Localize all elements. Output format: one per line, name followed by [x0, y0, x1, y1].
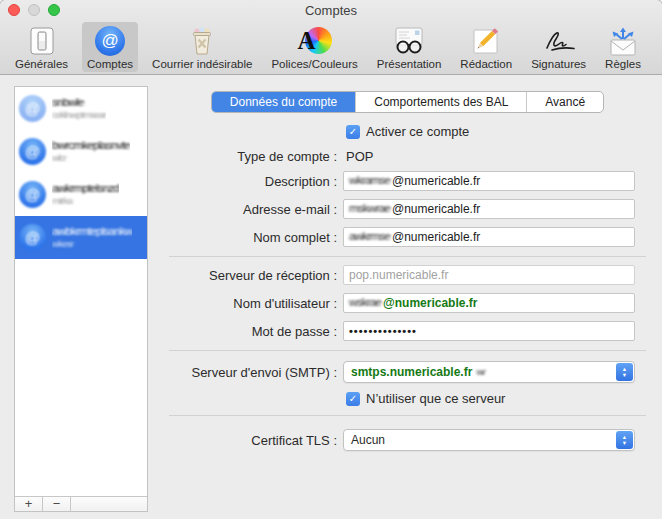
glasses-icon [392, 25, 426, 57]
account-at-icon: @ [19, 181, 46, 208]
toolbar-item-label: Signatures [531, 58, 586, 70]
fonts-colors-icon: A [298, 25, 332, 57]
email-field[interactable]: mskwrae@numericable.fr [343, 199, 635, 219]
tls-certificate-dropdown[interactable]: Aucun ▴▾ [343, 429, 635, 451]
preferences-window: Comptes Générales @ Comptes [0, 0, 662, 519]
redacted-account-detail: wkesr [52, 239, 73, 248]
separator [169, 256, 646, 257]
redacted-account-name: awkrmptelsnzd [52, 183, 119, 194]
redacted-account-name: awbkrmteplsankw [52, 226, 132, 237]
toolbar-item-label: Présentation [377, 58, 442, 70]
redacted-account-name: snbwle [52, 97, 83, 108]
account-list-item-selected[interactable]: @ awbkrmteplsankw wkesr [15, 216, 147, 259]
redacted-text: wkramse [349, 175, 390, 187]
at-icon: @ [95, 25, 125, 57]
only-server-row: ✓ N’utiliser que ce serveur [153, 391, 662, 406]
content-area: @ snbwle ceklnwptmsear @ bwrcmkeplasnvte… [0, 75, 662, 519]
enable-account-checkbox[interactable]: ✓ [346, 125, 360, 139]
toolbar-item-courrier-indesirable[interactable]: Courrier indésirable [147, 22, 257, 72]
toolbar-item-polices-couleurs[interactable]: A Polices/Couleurs [266, 22, 362, 72]
tab-avance[interactable]: Avancé [526, 92, 603, 112]
password-field[interactable]: •••••••••••••• [343, 321, 635, 341]
smtp-row: Serveur d'envoi (SMTP) : smtps.numericab… [153, 361, 662, 383]
only-server-checkbox[interactable]: ✓ [346, 392, 360, 406]
remove-account-button[interactable]: − [43, 497, 71, 511]
separator [169, 350, 646, 351]
separator [169, 415, 646, 416]
toolbar-item-label: Règles [605, 58, 641, 70]
description-row: Description : wkramse@numericable.fr [153, 171, 662, 191]
redacted-account-detail: wlcr [52, 153, 66, 162]
toolbar-item-redaction[interactable]: Rédaction [455, 22, 517, 72]
email-row: Adresse e-mail : mskwrae@numericable.fr [153, 199, 662, 219]
zoom-button[interactable] [48, 4, 60, 16]
redacted-text: wskrae [349, 297, 381, 309]
toolbar-item-generales[interactable]: Générales [10, 22, 73, 72]
smtp-label: Serveur d'envoi (SMTP) : [153, 365, 343, 380]
incoming-server-field[interactable]: pop.numericable.fr [343, 265, 635, 285]
toolbar-item-signatures[interactable]: Signatures [526, 22, 591, 72]
account-type-value: POP [343, 149, 373, 164]
description-label: Description : [153, 174, 343, 189]
switch-icon [27, 25, 57, 57]
toolbar-item-label: Comptes [87, 58, 133, 70]
username-field[interactable]: wskrae@numericable.fr [343, 293, 635, 313]
fullname-field[interactable]: awkrmse@numericable.fr [343, 227, 635, 247]
username-row: Nom d'utilisateur : wskrae@numericable.f… [153, 293, 662, 313]
trash-icon [187, 25, 217, 57]
pencil-icon [471, 25, 501, 57]
password-dots: •••••••••••••• [349, 325, 417, 337]
tab-donnees-du-compte[interactable]: Données du compte [212, 92, 355, 112]
toolbar-item-regles[interactable]: Règles [600, 22, 646, 72]
toolbar-item-presentation[interactable]: Présentation [372, 22, 447, 72]
enable-account-label: Activer ce compte [366, 124, 469, 139]
toolbar-item-label: Générales [15, 58, 68, 70]
incoming-server-label: Serveur de réception : [153, 268, 343, 283]
signature-icon [538, 25, 580, 57]
account-list-item[interactable]: @ awkrmptelsnzd mtrka [15, 173, 147, 216]
toolbar-item-label: Polices/Couleurs [271, 58, 357, 70]
account-list[interactable]: @ snbwle ceklnwptmsear @ bwrcmkeplasnvte… [14, 86, 148, 512]
account-type-row: Type de compte : POP [153, 149, 662, 164]
account-list-item[interactable]: @ snbwle ceklnwptmsear [15, 87, 147, 130]
fullname-label: Nom complet : [153, 230, 343, 245]
redacted-text: wr [476, 367, 485, 376]
enable-account-row: ✓ Activer ce compte [153, 124, 662, 139]
dropdown-stepper-icon: ▴▾ [616, 431, 633, 449]
account-at-icon: @ [19, 95, 46, 122]
username-value: @numericable.fr [383, 296, 477, 310]
toolbar: Générales @ Comptes Courrier indés [0, 20, 662, 74]
window-title: Comptes [0, 3, 662, 18]
redacted-account-detail: mtrka [52, 196, 72, 205]
toolbar-item-label: Courrier indésirable [152, 58, 252, 70]
tls-row: Certificat TLS : Aucun ▴▾ [153, 429, 662, 451]
account-settings-pane: Données du compte Comportements des BAL … [153, 75, 662, 519]
description-field[interactable]: wkramse@numericable.fr [343, 171, 635, 191]
redacted-text: awkrmse [349, 231, 390, 243]
tab-bar: Données du compte Comportements des BAL … [211, 91, 604, 113]
incoming-server-row: Serveur de réception : pop.numericable.f… [153, 265, 662, 285]
dropdown-stepper-icon: ▴▾ [616, 363, 633, 381]
sidebar: @ snbwle ceklnwptmsear @ bwrcmkeplasnvte… [0, 75, 153, 519]
minimize-button [28, 4, 40, 16]
smtp-server-dropdown[interactable]: smtps.numericable.fr wr ▴▾ [343, 361, 635, 383]
account-at-icon: @ [19, 224, 46, 251]
email-value: @numericable.fr [392, 202, 480, 216]
close-button[interactable] [8, 4, 20, 16]
tab-comportements-des-bal[interactable]: Comportements des BAL [355, 92, 526, 112]
redacted-account-name: bwrcmkeplasnvte [52, 140, 130, 151]
password-label: Mot de passe : [153, 324, 343, 339]
password-row: Mot de passe : •••••••••••••• [153, 321, 662, 341]
account-list-item[interactable]: @ bwrcmkeplasnvte wlcr [15, 130, 147, 173]
incoming-server-value: pop.numericable.fr [349, 268, 448, 282]
smtp-server-value: smtps.numericable.fr [351, 365, 472, 379]
toolbar-item-comptes[interactable]: @ Comptes [82, 22, 138, 72]
fullname-row: Nom complet : awkrmse@numericable.fr [153, 227, 662, 247]
account-at-icon: @ [19, 138, 46, 165]
list-controls: + − [15, 496, 147, 511]
add-account-button[interactable]: + [15, 497, 43, 511]
traffic-lights [8, 4, 60, 16]
rules-icon [606, 25, 640, 57]
titlebar: Comptes [0, 0, 662, 20]
redacted-text: mskwrae [349, 203, 390, 215]
